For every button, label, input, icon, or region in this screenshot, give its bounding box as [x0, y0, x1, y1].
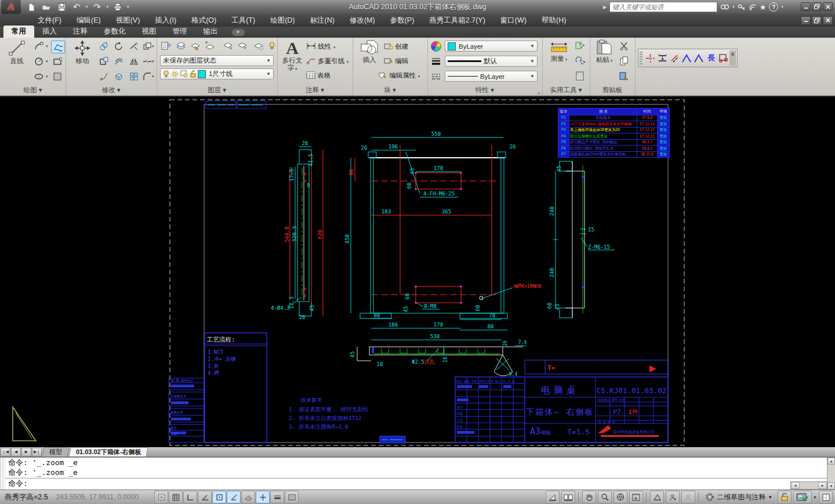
- osnap-toggle[interactable]: [212, 491, 226, 503]
- toolbar-grip[interactable]: [640, 52, 642, 64]
- menu-dimension[interactable]: 标注(N): [303, 14, 342, 27]
- paste-special-button[interactable]: [618, 70, 630, 82]
- panel-properties-label[interactable]: 特性 ▾ ⌟: [427, 86, 542, 95]
- polyline-button[interactable]: [51, 41, 65, 53]
- fillet-dropdown-icon[interactable]: ▾: [152, 74, 154, 79]
- move-button[interactable]: 移动: [70, 39, 95, 65]
- application-status-button[interactable]: [793, 491, 812, 503]
- undo-button[interactable]: ↶: [71, 2, 82, 12]
- circle-button[interactable]: [32, 56, 45, 67]
- lineweight-icon[interactable]: [430, 56, 442, 67]
- menu-file[interactable]: 文件(F): [30, 14, 69, 27]
- doc-restore-button[interactable]: [812, 16, 822, 25]
- workspace-switcher[interactable]: 二维草图与注释 ▼: [702, 492, 776, 502]
- scroll-down-icon[interactable]: ▼: [827, 483, 835, 490]
- quickview-layouts-button[interactable]: [561, 491, 575, 503]
- ortho-toggle[interactable]: [183, 491, 197, 503]
- lineweight-dropdown[interactable]: 默认▼: [445, 56, 538, 67]
- communication-center-icon[interactable]: [749, 3, 757, 11]
- toolbar-close-icon[interactable]: x: [729, 50, 736, 66]
- panel-layers-label[interactable]: 图层 ▾: [157, 86, 277, 95]
- linetype-icon[interactable]: [430, 71, 442, 82]
- rectangle-button[interactable]: [51, 56, 64, 67]
- copy-button[interactable]: [97, 41, 110, 52]
- overlap-dropdown-icon[interactable]: ▾: [152, 44, 154, 49]
- insert-block-button[interactable]: 插入: [357, 39, 382, 64]
- properties-launcher-icon[interactable]: ⌟: [538, 89, 540, 95]
- command-scrollbar[interactable]: ▲ ▼: [827, 458, 835, 490]
- array-button[interactable]: [128, 71, 140, 82]
- ellipse-button[interactable]: [32, 71, 45, 82]
- center-mark-button[interactable]: [644, 51, 656, 65]
- layer-off-button[interactable]: [266, 40, 278, 52]
- table-button[interactable]: 表格: [306, 71, 331, 80]
- edit-attributes-button[interactable]: 编辑属性 ▾: [378, 71, 420, 80]
- showmotion-button[interactable]: [629, 491, 643, 503]
- steeringwheel-button[interactable]: [613, 491, 627, 503]
- quick-select-button[interactable]: [573, 40, 586, 52]
- drawing-area[interactable]: 26 41.5 17.5 9 520.5 17.5 45 20 4-Ø4.3 5…: [0, 96, 835, 447]
- panel-block-label[interactable]: 块 ▾: [353, 86, 427, 95]
- multileader-button[interactable]: 多重引线 ▾: [306, 57, 348, 66]
- calculator-button[interactable]: [573, 70, 586, 82]
- offset-button[interactable]: [112, 56, 125, 67]
- qat-dropdown-icon[interactable]: ▾: [127, 5, 129, 9]
- menu-parametric[interactable]: 参数(P): [383, 14, 422, 27]
- measure-button[interactable]: 测量 ▾: [547, 39, 571, 63]
- mirror-button[interactable]: [128, 56, 140, 67]
- save-button[interactable]: [56, 2, 67, 12]
- doc-close-button[interactable]: [823, 16, 833, 25]
- break-dropdown-icon[interactable]: ▾: [152, 59, 154, 64]
- clean-screen-button[interactable]: [819, 491, 833, 503]
- help-icon[interactable]: ?: [769, 2, 778, 12]
- block-edit-button[interactable]: 编辑: [384, 57, 408, 66]
- menu-help[interactable]: 帮助(H): [534, 14, 573, 27]
- toolbar-lock-button[interactable]: [778, 491, 792, 503]
- copy-clip-button[interactable]: [618, 55, 630, 67]
- menu-view[interactable]: 视图(V): [108, 14, 148, 27]
- linetype-dropdown[interactable]: ByLayer▼: [445, 71, 538, 82]
- status-menu-dropdown-icon[interactable]: ▼: [813, 495, 817, 499]
- erase-button[interactable]: [97, 71, 110, 82]
- tab-output[interactable]: 输出: [195, 26, 226, 38]
- redo-button[interactable]: ↷: [92, 2, 103, 12]
- panel-modify-label[interactable]: 修改 ▾: [66, 86, 157, 95]
- tab-last-button[interactable]: ▶❘: [32, 448, 42, 456]
- annotation-scale-button[interactable]: [650, 491, 664, 503]
- snap-toggle[interactable]: [154, 491, 168, 503]
- app-menu-button[interactable]: A: [1, 0, 21, 14]
- scroll-up-icon[interactable]: ▲: [827, 458, 835, 465]
- open-button[interactable]: [41, 2, 52, 12]
- tab-annotate[interactable]: 注释: [65, 26, 96, 38]
- hole-tool-button[interactable]: [717, 51, 729, 65]
- coordinates-readout[interactable]: 243.5505, 17.9911, 0.0000: [56, 493, 139, 501]
- hatch-button[interactable]: [51, 71, 64, 82]
- rotate-button[interactable]: [112, 41, 125, 52]
- tab-insert[interactable]: 插入: [34, 26, 65, 38]
- circle-dropdown-icon[interactable]: ▾: [46, 59, 48, 64]
- tab-model[interactable]: 模型: [42, 447, 69, 456]
- menu-insert[interactable]: 插入(I): [147, 14, 184, 27]
- quickprops-toggle[interactable]: [285, 491, 299, 503]
- layer-prev-button[interactable]: [204, 40, 216, 52]
- ellipse-dropdown-icon[interactable]: ▾: [46, 74, 48, 79]
- color-dropdown[interactable]: ByLayer▼: [445, 41, 538, 52]
- layer-unisolate-button[interactable]: [236, 40, 249, 52]
- menu-yanxiu[interactable]: 燕秀工具箱2.7(Y): [422, 14, 493, 27]
- arc-button[interactable]: [32, 41, 45, 52]
- tab-first-button[interactable]: ❘◀: [1, 448, 10, 456]
- menu-draw[interactable]: 绘图(D): [263, 14, 302, 27]
- subscription-key-icon[interactable]: [738, 3, 746, 11]
- layer-freeze-button[interactable]: [189, 40, 202, 52]
- zoom-button[interactable]: [598, 491, 612, 503]
- scroll-right-icon[interactable]: ▶: [818, 482, 827, 489]
- model-space-button[interactable]: [546, 491, 560, 503]
- stretch-button[interactable]: [97, 56, 110, 67]
- panel-utilities-label[interactable]: 实用工具 ▾: [542, 86, 590, 95]
- plot-button[interactable]: [112, 2, 124, 12]
- tab-parametric[interactable]: 参数化: [96, 26, 134, 38]
- infocenter-expand-icon[interactable]: ▶: [603, 5, 607, 10]
- panel-annotate-label[interactable]: 注释 ▾: [277, 86, 353, 95]
- select-similar-button[interactable]: [573, 55, 586, 67]
- polyline-edit-button[interactable]: [693, 51, 705, 65]
